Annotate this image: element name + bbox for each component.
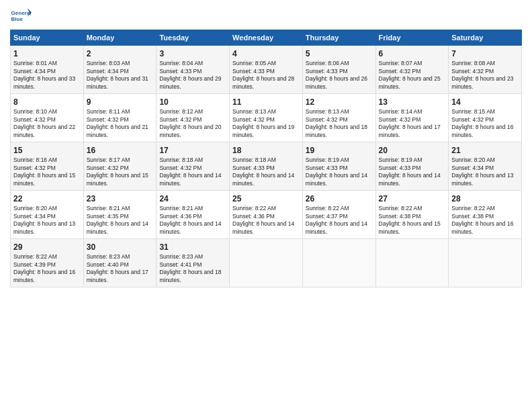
day-number: 4 — [232, 48, 300, 59]
daylight-text: Daylight: 8 hours and 14 minutes. — [87, 220, 148, 234]
daylight-text: Daylight: 8 hours and 22 minutes. — [13, 124, 75, 138]
sunset-text: Sunset: 4:32 PM — [159, 116, 202, 123]
sunset-text: Sunset: 4:33 PM — [232, 68, 275, 75]
daylight-text: Daylight: 8 hours and 14 minutes. — [379, 172, 441, 186]
sunset-text: Sunset: 4:38 PM — [451, 213, 494, 220]
sunrise-text: Sunrise: 8:21 AM — [159, 205, 203, 212]
sunset-text: Sunset: 4:34 PM — [13, 68, 56, 75]
day-cell-31: 31Sunrise: 8:23 AMSunset: 4:41 PMDayligh… — [157, 239, 230, 287]
day-cell-18: 18Sunrise: 8:18 AMSunset: 4:33 PMDayligh… — [230, 142, 303, 191]
sunrise-text: Sunrise: 8:03 AM — [87, 60, 130, 66]
day-number: 29 — [13, 242, 81, 253]
week-row-1: 1Sunrise: 8:01 AMSunset: 4:34 PMDaylight… — [11, 46, 522, 94]
sunrise-text: Sunrise: 8:01 AM — [13, 60, 57, 66]
day-cell-25: 25Sunrise: 8:22 AMSunset: 4:36 PMDayligh… — [230, 191, 303, 239]
day-number: 20 — [379, 145, 446, 156]
day-number: 15 — [13, 145, 81, 156]
daylight-text: Daylight: 8 hours and 33 minutes. — [13, 75, 75, 89]
sunrise-text: Sunrise: 8:12 AM — [159, 108, 203, 115]
day-number: 17 — [159, 145, 226, 156]
sunset-text: Sunset: 4:33 PM — [379, 165, 421, 171]
sunrise-text: Sunrise: 8:19 AM — [379, 156, 423, 163]
day-number: 24 — [159, 193, 226, 204]
sunrise-text: Sunrise: 8:23 AM — [87, 253, 130, 260]
weekday-header-tuesday: Tuesday — [157, 30, 230, 46]
day-number: 11 — [232, 97, 300, 107]
day-cell-19: 19Sunrise: 8:19 AMSunset: 4:33 PMDayligh… — [302, 142, 375, 191]
sunrise-text: Sunrise: 8:13 AM — [232, 108, 276, 115]
sunrise-text: Sunrise: 8:05 AM — [232, 60, 276, 66]
day-cell-4: 4Sunrise: 8:05 AMSunset: 4:33 PMDaylight… — [230, 46, 303, 94]
sunset-text: Sunset: 4:36 PM — [159, 213, 202, 220]
sunset-text: Sunset: 4:34 PM — [13, 213, 56, 220]
sunset-text: Sunset: 4:32 PM — [87, 116, 129, 123]
day-cell-9: 9Sunrise: 8:11 AMSunset: 4:32 PMDaylight… — [83, 94, 157, 142]
week-row-2: 8Sunrise: 8:10 AMSunset: 4:32 PMDaylight… — [11, 94, 522, 142]
daylight-text: Daylight: 8 hours and 14 minutes. — [232, 220, 294, 234]
sunrise-text: Sunrise: 8:18 AM — [232, 156, 276, 163]
daylight-text: Daylight: 8 hours and 28 minutes. — [232, 75, 294, 89]
day-number: 18 — [232, 145, 300, 156]
daylight-text: Daylight: 8 hours and 15 minutes. — [87, 172, 148, 186]
sunset-text: Sunset: 4:36 PM — [232, 213, 275, 220]
sunrise-text: Sunrise: 8:22 AM — [13, 253, 57, 260]
day-number: 13 — [379, 97, 446, 107]
sunset-text: Sunset: 4:32 PM — [13, 165, 56, 171]
day-cell-24: 24Sunrise: 8:21 AMSunset: 4:36 PMDayligh… — [157, 191, 230, 239]
sunrise-text: Sunrise: 8:22 AM — [306, 205, 349, 212]
daylight-text: Daylight: 8 hours and 15 minutes. — [379, 220, 441, 234]
sunrise-text: Sunrise: 8:20 AM — [451, 156, 495, 163]
daylight-text: Daylight: 8 hours and 20 minutes. — [159, 124, 221, 138]
sunset-text: Sunset: 4:32 PM — [451, 116, 494, 123]
daylight-text: Daylight: 8 hours and 25 minutes. — [379, 75, 441, 89]
sunset-text: Sunset: 4:32 PM — [306, 116, 348, 123]
day-number: 31 — [159, 242, 226, 253]
daylight-text: Daylight: 8 hours and 16 minutes. — [451, 220, 513, 234]
calendar-table: SundayMondayTuesdayWednesdayThursdayFrid… — [10, 30, 522, 287]
week-row-5: 29Sunrise: 8:22 AMSunset: 4:39 PMDayligh… — [11, 239, 522, 287]
sunset-text: Sunset: 4:38 PM — [379, 213, 421, 220]
weekday-header-wednesday: Wednesday — [230, 30, 303, 46]
sunset-text: Sunset: 4:32 PM — [379, 68, 421, 75]
logo: General Blue — [10, 7, 32, 26]
header-row: General Blue — [10, 7, 522, 26]
day-number: 1 — [13, 48, 81, 59]
sunrise-text: Sunrise: 8:16 AM — [13, 156, 57, 163]
day-cell-29: 29Sunrise: 8:22 AMSunset: 4:39 PMDayligh… — [11, 239, 84, 287]
sunrise-text: Sunrise: 8:21 AM — [87, 205, 130, 212]
day-cell-6: 6Sunrise: 8:07 AMSunset: 4:32 PMDaylight… — [375, 46, 449, 94]
day-cell-12: 12Sunrise: 8:13 AMSunset: 4:32 PMDayligh… — [302, 94, 375, 142]
sunrise-text: Sunrise: 8:19 AM — [306, 156, 349, 163]
day-number: 22 — [13, 193, 81, 204]
sunrise-text: Sunrise: 8:20 AM — [13, 205, 57, 212]
day-cell-20: 20Sunrise: 8:19 AMSunset: 4:33 PMDayligh… — [375, 142, 449, 191]
sunrise-text: Sunrise: 8:14 AM — [379, 108, 423, 115]
day-number: 2 — [87, 48, 154, 59]
sunrise-text: Sunrise: 8:15 AM — [451, 108, 495, 115]
day-number: 28 — [451, 193, 519, 204]
daylight-text: Daylight: 8 hours and 17 minutes. — [87, 269, 148, 283]
day-cell-3: 3Sunrise: 8:04 AMSunset: 4:33 PMDaylight… — [157, 46, 230, 94]
calendar-container: General Blue SundayMondayTuesdayWednesda… — [0, 0, 532, 294]
sunset-text: Sunset: 4:34 PM — [87, 68, 129, 75]
daylight-text: Daylight: 8 hours and 14 minutes. — [306, 220, 367, 234]
sunrise-text: Sunrise: 8:10 AM — [13, 108, 57, 115]
daylight-text: Daylight: 8 hours and 14 minutes. — [306, 172, 367, 186]
sunrise-text: Sunrise: 8:07 AM — [379, 60, 423, 66]
sunrise-text: Sunrise: 8:18 AM — [159, 156, 203, 163]
daylight-text: Daylight: 8 hours and 18 minutes. — [159, 269, 221, 283]
sunset-text: Sunset: 4:32 PM — [13, 116, 56, 123]
daylight-text: Daylight: 8 hours and 16 minutes. — [13, 269, 75, 283]
day-cell-7: 7Sunrise: 8:08 AMSunset: 4:32 PMDaylight… — [449, 46, 522, 94]
day-cell-26: 26Sunrise: 8:22 AMSunset: 4:37 PMDayligh… — [302, 191, 375, 239]
daylight-text: Daylight: 8 hours and 21 minutes. — [87, 124, 148, 138]
sunrise-text: Sunrise: 8:17 AM — [87, 156, 130, 163]
day-cell-8: 8Sunrise: 8:10 AMSunset: 4:32 PMDaylight… — [11, 94, 84, 142]
sunset-text: Sunset: 4:32 PM — [159, 165, 202, 171]
day-cell-22: 22Sunrise: 8:20 AMSunset: 4:34 PMDayligh… — [11, 191, 84, 239]
day-cell-21: 21Sunrise: 8:20 AMSunset: 4:34 PMDayligh… — [449, 142, 522, 191]
day-cell-30: 30Sunrise: 8:23 AMSunset: 4:40 PMDayligh… — [83, 239, 157, 287]
weekday-header-friday: Friday — [375, 30, 449, 46]
sunset-text: Sunset: 4:32 PM — [379, 116, 421, 123]
sunset-text: Sunset: 4:33 PM — [306, 165, 348, 171]
